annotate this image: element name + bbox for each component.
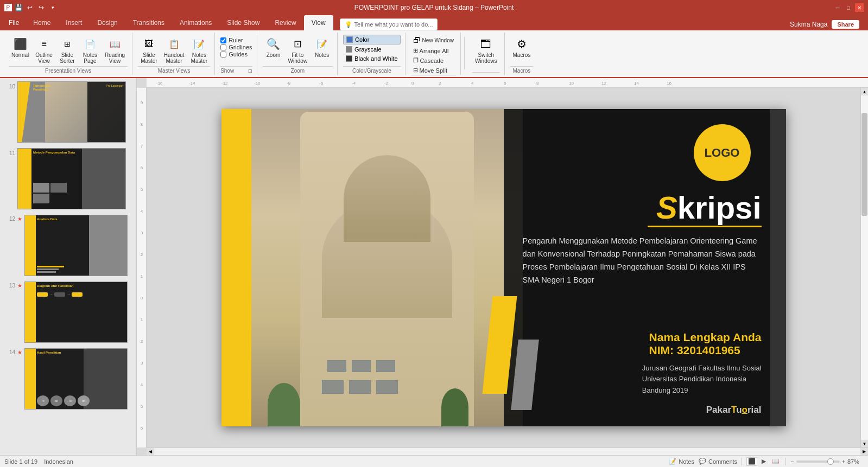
main-slide[interactable]: LOGO Skripsi Pengaruh Menggunakan Metode… — [221, 109, 786, 426]
vertical-scrollbar[interactable]: ▲ ▼ — [860, 88, 868, 447]
horizontal-scrollbar[interactable]: ◀ ▶ — [147, 447, 868, 455]
ruler-horizontal: -16 -14 -12 -10 -8 -6 -4 -2 0 2 4 6 8 10… — [147, 78, 868, 88]
minimize-button[interactable]: ─ — [833, 3, 842, 12]
notes-status-button[interactable]: 📝 Notes — [669, 458, 694, 465]
ruler-ticks-v: 9 8 7 6 5 4 3 2 1 0 1 2 3 4 5 6 7 — [137, 88, 147, 447]
canvas-area: -16 -14 -12 -10 -8 -6 -4 -2 0 2 4 6 8 10… — [137, 78, 868, 455]
svg-text:-6: -6 — [319, 81, 324, 86]
title-bar: 🅿 💾 ↩ ↪ ▾ POWERPOINT pro GELAP untuk Sid… — [0, 0, 868, 15]
sorter-icon: ⊞ — [60, 36, 75, 52]
slide-subtitle: Pengaruh Menggunakan Metode Pembelajaran… — [523, 235, 762, 287]
app-icon: 🅿 — [4, 3, 12, 12]
fit-to-window-button[interactable]: ⊡ Fit toWindow — [286, 35, 311, 66]
slide-item-12[interactable]: 12 ★ Analisis Data — [3, 214, 133, 277]
switch-windows-button[interactable]: 🗔 SwitchWindows — [472, 35, 500, 66]
zoom-slider[interactable] — [796, 460, 840, 463]
sorter-label: SlideSorter — [60, 52, 74, 64]
outline-view-button[interactable]: ≡ OutlineView — [33, 35, 55, 66]
bw-label: Black and White — [354, 55, 397, 62]
close-button[interactable]: ✕ — [855, 3, 864, 12]
zoom-level[interactable]: 87% — [847, 458, 864, 465]
notes-status-label: Notes — [679, 458, 694, 465]
slide-thumb-10[interactable]: Rancangan Penelitian Pro Lapangan — [17, 81, 126, 143]
slide-item-11[interactable]: 11 Metode Pengumpulan Data — [3, 147, 133, 210]
customize-button[interactable]: ▾ — [48, 3, 58, 12]
svg-text:0: 0 — [141, 296, 143, 300]
window-title: POWERPOINT pro GELAP untuk Sidang – Powe… — [354, 4, 514, 11]
tab-insert[interactable]: Insert — [58, 15, 90, 30]
tab-home[interactable]: Home — [26, 15, 58, 30]
zoom-minus-button[interactable]: − — [790, 458, 794, 465]
macros-button[interactable]: ⚙ Macros — [510, 35, 534, 60]
save-button[interactable]: 💾 — [14, 3, 23, 12]
scroll-down-button[interactable]: ▼ — [861, 440, 868, 447]
slide-canvas[interactable]: LOGO Skripsi Pengaruh Menggunakan Metode… — [147, 88, 860, 447]
new-window-button[interactable]: 🗗 New Window — [411, 35, 456, 46]
slide-university: Jurusan Geografi Fakultas Ilmu Sosial Un… — [642, 363, 762, 396]
grayscale-button[interactable]: Grayscale — [343, 45, 400, 54]
share-button[interactable]: Share — [832, 20, 859, 29]
svg-text:4: 4 — [141, 209, 143, 214]
macros-label: Macros — [513, 52, 531, 58]
cascade-button[interactable]: ❐ Cascade — [411, 56, 446, 65]
slide-num-13: 13 — [4, 283, 15, 289]
slide-thumb-14[interactable]: Hasil Penelitian 75 58 79 88 — [24, 348, 128, 410]
color-button[interactable]: Color — [343, 35, 400, 44]
tab-animations[interactable]: Animations — [172, 15, 219, 30]
tab-file[interactable]: File — [2, 15, 26, 30]
arrange-all-button[interactable]: ⊞ Arrange All — [411, 46, 451, 55]
notes-page-button[interactable]: 📄 NotesPage — [79, 35, 101, 66]
normal-view-button[interactable]: ⬛ Normal — [9, 35, 31, 60]
reading-view-icon[interactable]: 📖 — [770, 457, 781, 466]
svg-text:10: 10 — [569, 81, 574, 86]
black-white-button[interactable]: Black and White — [343, 54, 400, 63]
tab-transitions[interactable]: Transitions — [125, 15, 172, 30]
macros-label-group: Macros — [510, 66, 534, 75]
scroll-right-button[interactable]: ▶ — [860, 448, 868, 455]
switch-icon: 🗔 — [478, 36, 493, 52]
redo-button[interactable]: ↪ — [36, 3, 46, 12]
slide-sorter-button[interactable]: ⊞ SlideSorter — [56, 35, 78, 66]
outline-label: OutlineView — [35, 52, 53, 64]
slide-item-13[interactable]: 13 ★ Diagram Alur Penelitian → → — [3, 280, 133, 344]
tab-design[interactable]: Design — [90, 15, 125, 30]
notes-zoom-button[interactable]: 📝 Notes — [311, 35, 333, 60]
maximize-button[interactable]: □ — [844, 3, 853, 12]
slide-nim: NIM: 3201401965 — [649, 344, 762, 357]
svg-text:-12: -12 — [221, 81, 228, 86]
tab-slideshow[interactable]: Slide Show — [219, 15, 267, 30]
tell-me-input[interactable]: 💡 Tell me what you want to do... — [340, 18, 438, 30]
fit-window-label: Fit toWindow — [288, 52, 308, 64]
handout-master-button[interactable]: 📋 HandoutMaster — [161, 35, 187, 66]
slide-thumb-12[interactable]: Analisis Data — [24, 215, 128, 276]
ruler-checkbox[interactable]: Ruler — [220, 37, 252, 43]
tab-review[interactable]: Review — [267, 15, 303, 30]
scroll-up-button[interactable]: ▲ — [861, 88, 868, 95]
slide-item-14[interactable]: 14 ★ Hasil Penelitian 75 58 79 88 — [3, 347, 133, 411]
slide-thumb-13[interactable]: Diagram Alur Penelitian → → — [24, 282, 128, 343]
svg-text:-10: -10 — [254, 81, 261, 86]
reading-view-button[interactable]: 📖 ReadingView — [102, 35, 128, 66]
scroll-track[interactable] — [861, 95, 868, 440]
slide-name: Nama Lengkap Anda — [649, 331, 762, 344]
normal-view-icon[interactable]: ⬛ — [746, 457, 757, 466]
gridlines-checkbox[interactable]: Gridlines — [220, 44, 252, 50]
notes-master-button[interactable]: 📝 NotesMaster — [188, 35, 211, 66]
comments-status-button[interactable]: 💬 Comments — [699, 458, 737, 465]
undo-button[interactable]: ↩ — [25, 3, 35, 12]
color-grayscale-group: Color Grayscale Black and White Color/Gr… — [339, 33, 405, 75]
tab-view[interactable]: View — [304, 15, 333, 30]
zoom-button[interactable]: 🔍 Zoom — [263, 35, 284, 60]
scroll-left-button[interactable]: ◀ — [147, 448, 154, 455]
slide-master-button[interactable]: 🖼 SlideMaster — [138, 35, 160, 66]
slide-show-icon[interactable]: ▶ — [758, 457, 769, 466]
master-views-label: Master Views — [138, 66, 210, 75]
slide-thumb-11[interactable]: Metode Pengumpulan Data — [17, 148, 126, 209]
notes-master-icon: 📝 — [192, 36, 207, 52]
zoom-plus-button[interactable]: + — [842, 458, 845, 465]
reading-label: ReadingView — [105, 52, 125, 64]
slide-item-10[interactable]: 10 Rancangan Penelitian Pro Lapangan — [3, 80, 133, 144]
scroll-thumb[interactable] — [861, 113, 867, 216]
move-split-button[interactable]: ⊟ Move Split — [411, 66, 449, 75]
guides-checkbox[interactable]: Guides — [220, 51, 252, 57]
